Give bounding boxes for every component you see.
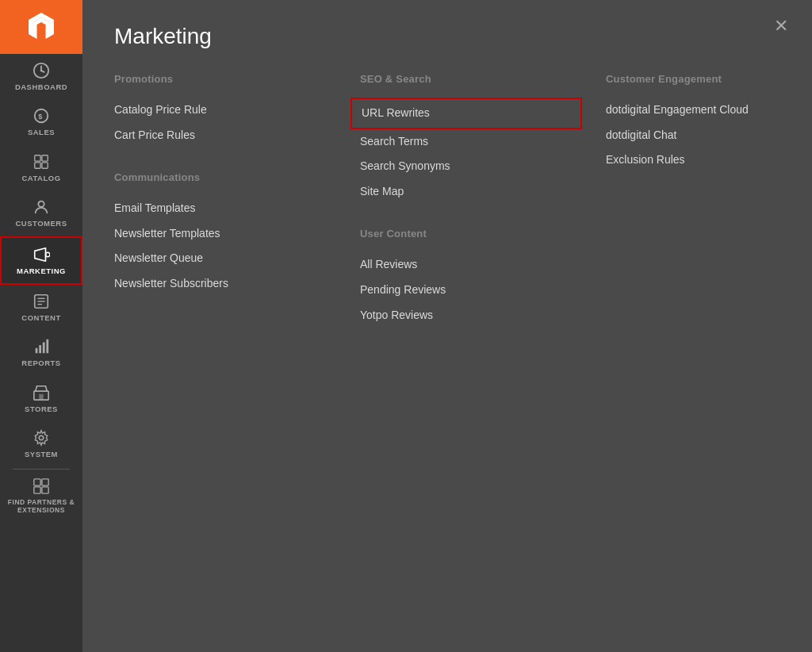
customer-engagement-title: Customer Engagement (606, 73, 780, 85)
svg-rect-26 (42, 486, 48, 493)
customers-icon (33, 198, 50, 216)
customer-engagement-section: Customer Engagement dotdigital Engagemen… (606, 73, 780, 173)
column-2: SEO & Search URL Rewrites Search Terms S… (360, 73, 582, 351)
svg-rect-23 (34, 478, 40, 485)
panel-title: Marketing (114, 24, 780, 49)
svg-rect-19 (46, 339, 48, 353)
catalog-icon (33, 153, 50, 171)
newsletter-subscribers-link[interactable]: Newsletter Subscribers (114, 271, 336, 297)
svg-rect-24 (42, 478, 48, 485)
svg-rect-7 (42, 155, 48, 161)
svg-rect-9 (42, 163, 48, 168)
sidebar-divider (13, 469, 71, 470)
sales-icon: $ (33, 107, 50, 125)
user-content-title: User Content (360, 228, 582, 240)
communications-title: Communications (114, 171, 336, 183)
exclusion-rules-link[interactable]: Exclusion Rules (606, 148, 780, 173)
close-button[interactable]: ✕ (774, 17, 788, 35)
column-3: Customer Engagement dotdigital Engagemen… (606, 73, 780, 351)
sidebar-item-system[interactable]: SYSTEM (0, 421, 82, 466)
svg-rect-8 (35, 163, 40, 168)
dotdigital-cloud-link[interactable]: dotdigital Engagement Cloud (606, 98, 780, 123)
sidebar-item-find-partners[interactable]: FIND PARTNERS & EXTENSIONS (0, 471, 82, 520)
svg-point-10 (38, 201, 44, 207)
sidebar-item-sales[interactable]: $ SALES (0, 99, 82, 144)
yotpo-reviews-link[interactable]: Yotpo Reviews (360, 303, 582, 328)
sidebar: DASHBOARD $ SALES CATALOG CUSTOMERS (0, 0, 82, 652)
sidebar-item-customers[interactable]: CUSTOMERS (0, 190, 82, 236)
system-icon (33, 429, 50, 447)
svg-rect-6 (35, 155, 40, 161)
stores-icon (33, 384, 50, 401)
search-terms-link[interactable]: Search Terms (360, 129, 582, 155)
svg-rect-16 (36, 348, 38, 353)
catalog-price-rule-link[interactable]: Catalog Price Rule (114, 98, 336, 123)
sidebar-item-dashboard[interactable]: DASHBOARD (0, 54, 82, 99)
sidebar-item-reports[interactable]: REPORTS (0, 330, 82, 375)
dotdigital-chat-link[interactable]: dotdigital Chat (606, 123, 780, 148)
promotions-section: Promotions Catalog Price Rule Cart Price… (114, 73, 336, 148)
dashboard-icon (33, 62, 50, 79)
sidebar-item-catalog[interactable]: CATALOG (0, 145, 82, 190)
menu-grid: Promotions Catalog Price Rule Cart Price… (114, 73, 780, 351)
user-content-section: User Content All Reviews Pending Reviews… (360, 228, 582, 328)
svg-rect-17 (39, 346, 41, 354)
sidebar-item-content[interactable]: CONTENT (0, 285, 82, 330)
promotions-title: Promotions (114, 73, 336, 85)
content-icon (33, 293, 50, 310)
marketing-icon (33, 246, 50, 263)
column-1: Promotions Catalog Price Rule Cart Price… (114, 73, 336, 351)
pending-reviews-link[interactable]: Pending Reviews (360, 278, 582, 303)
svg-text:$: $ (38, 113, 43, 121)
search-synonyms-link[interactable]: Search Synonyms (360, 154, 582, 179)
url-rewrites-link[interactable]: URL Rewrites (350, 98, 582, 129)
email-templates-link[interactable]: Email Templates (114, 196, 336, 221)
sidebar-item-marketing[interactable]: MARKETING (0, 236, 82, 285)
sidebar-item-stores[interactable]: STORES (0, 376, 82, 421)
magento-logo-icon (24, 10, 59, 44)
svg-rect-25 (34, 486, 40, 493)
marketing-panel: Marketing ✕ Promotions Catalog Price Rul… (82, 0, 812, 652)
svg-marker-0 (29, 13, 54, 36)
newsletter-queue-link[interactable]: Newsletter Queue (114, 246, 336, 271)
svg-rect-18 (43, 343, 45, 354)
svg-point-22 (39, 435, 44, 440)
newsletter-templates-link[interactable]: Newsletter Templates (114, 221, 336, 247)
svg-point-3 (40, 70, 43, 72)
seo-search-title: SEO & Search (360, 73, 582, 85)
site-map-link[interactable]: Site Map (360, 179, 582, 205)
sidebar-logo (0, 0, 82, 54)
cart-price-rules-link[interactable]: Cart Price Rules (114, 123, 336, 148)
svg-point-11 (46, 252, 51, 257)
svg-rect-21 (39, 394, 44, 400)
all-reviews-link[interactable]: All Reviews (360, 252, 582, 278)
extensions-icon (33, 477, 50, 495)
seo-search-section: SEO & Search URL Rewrites Search Terms S… (360, 73, 582, 204)
communications-section: Communications Email Templates Newslette… (114, 171, 336, 296)
reports-icon (33, 338, 50, 355)
